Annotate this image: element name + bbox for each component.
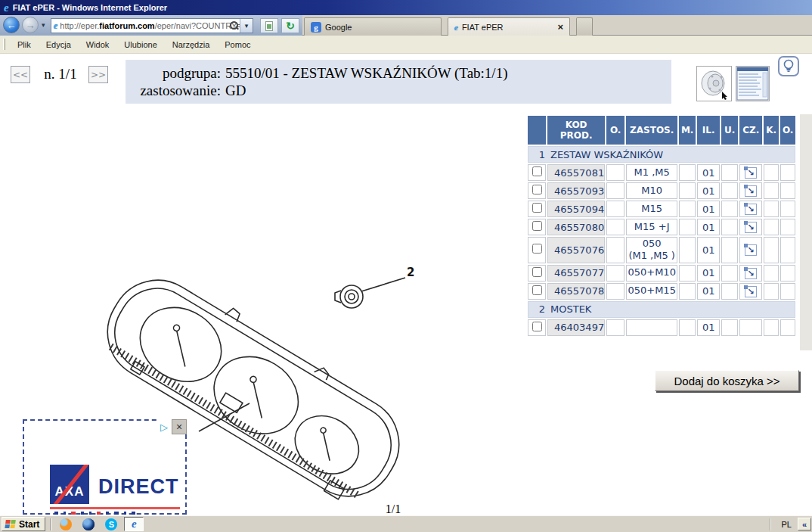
language-indicator[interactable]: PL <box>776 520 798 529</box>
row-checkbox[interactable] <box>532 166 542 176</box>
part-preview-icon[interactable]: ↘ <box>745 244 757 256</box>
quick-launch: Se <box>56 517 144 531</box>
cell <box>764 237 779 263</box>
cell <box>679 164 696 181</box>
ad-close-icon[interactable]: × <box>172 419 187 434</box>
prev-table-button[interactable]: << <box>11 66 30 83</box>
zastos-cell: M15 +J <box>626 219 677 235</box>
menu-item-ulubione[interactable]: Ulubione <box>116 38 164 51</box>
tab-google[interactable]: gGoogle <box>304 17 442 36</box>
cell <box>721 182 738 199</box>
menu-item-widok[interactable]: Widok <box>79 38 117 51</box>
cell: ↘ <box>739 182 762 199</box>
menu-item-plik[interactable]: Plik <box>10 38 39 51</box>
section-cell: 1ZESTAW WSKAŹNIKÓW <box>528 146 795 163</box>
part-code: 46403497 <box>547 319 605 336</box>
section-name: ZESTAW WSKAŹNIKÓW <box>550 149 663 160</box>
menu-item-edycja[interactable]: Edycja <box>39 38 79 51</box>
back-button[interactable]: ← <box>3 17 20 33</box>
cell <box>606 164 624 181</box>
part-code: 46557080 <box>547 219 605 235</box>
wheel-thumbnail[interactable] <box>696 66 732 101</box>
address-bar[interactable]: e http://eper.fiatforum.com/eper/navi?CO… <box>51 18 253 33</box>
new-tab-stub[interactable] <box>576 17 593 36</box>
part-code: 46557077 <box>547 265 605 282</box>
cell <box>721 201 738 217</box>
taskbar-divider <box>50 518 51 530</box>
table-row: 46557078050+M1501↘ <box>528 283 795 300</box>
row-checkbox[interactable] <box>532 267 542 277</box>
refresh-button[interactable]: ↻ <box>281 18 299 33</box>
part-code: 46557081 <box>547 164 605 181</box>
site-favicon-icon: e <box>54 20 57 32</box>
menu-item-pomoc[interactable]: Pomoc <box>217 38 258 51</box>
row-checkbox[interactable] <box>532 244 542 254</box>
quantity-cell: 01 <box>697 283 720 300</box>
row-checkbox[interactable] <box>532 185 542 194</box>
table-scroll-track[interactable] <box>800 114 812 350</box>
part-code: 46557076 <box>547 237 605 263</box>
ad-underline <box>50 507 180 509</box>
hint-bulb-icon[interactable] <box>778 56 799 76</box>
application-label: zastosowanie: <box>126 82 225 99</box>
quick-launch-firefox-icon[interactable] <box>56 517 76 531</box>
search-icon[interactable] <box>228 19 240 33</box>
cell: ↘ <box>739 265 762 282</box>
cell <box>606 319 624 336</box>
part-preview-icon[interactable]: ↘ <box>745 204 757 215</box>
axa-logo: AXA <box>50 465 89 504</box>
zastos-cell: M15 <box>626 201 677 217</box>
parts-list-thumbnail[interactable] <box>736 66 770 101</box>
cell <box>721 219 738 235</box>
tab-fiat-eper[interactable]: eFIAT ePER× <box>448 17 570 36</box>
select-cell <box>528 283 546 300</box>
cell <box>679 283 696 300</box>
part-code: 46557093 <box>547 182 605 199</box>
row-checkbox[interactable] <box>532 322 542 331</box>
select-cell <box>528 265 546 282</box>
cell: ↘ <box>739 164 762 181</box>
select-cell <box>528 164 546 181</box>
cell <box>606 237 624 263</box>
row-checkbox[interactable] <box>532 285 542 295</box>
url-scheme: http://eper. <box>60 21 99 30</box>
quick-launch-skype-icon[interactable]: S <box>101 517 121 531</box>
next-table-button[interactable]: >> <box>88 66 108 83</box>
cell <box>739 319 762 336</box>
subgroup-header: podgrupa: 55510/01 - ZESTAW WSKAŹNIKÓW (… <box>126 60 671 104</box>
browser-navbar: ← → ▾ e http://eper.fiatforum.com/eper/n… <box>0 15 812 36</box>
refresh-icon: ↻ <box>286 20 295 31</box>
cell: ↘ <box>739 219 762 235</box>
ad-banner[interactable]: ▷ × AXA DIRECT <box>23 419 187 515</box>
tab-close-icon[interactable]: × <box>557 21 563 33</box>
zastos-cell: 050+M15 <box>626 283 677 300</box>
part-preview-icon[interactable]: ↘ <box>745 167 757 179</box>
row-checkbox[interactable] <box>532 203 542 213</box>
quick-launch-blue-globe-icon[interactable] <box>79 517 98 531</box>
adchoices-icon[interactable]: ▷ <box>157 419 172 434</box>
table-row: 4640349701 <box>528 319 795 336</box>
ie-logo-icon: e <box>4 2 9 14</box>
address-dropdown-button[interactable]: ▾ <box>240 19 253 33</box>
cell <box>764 265 779 282</box>
menu-item-narzędzia[interactable]: Narzędzia <box>165 38 218 51</box>
tray-chevron-icon[interactable]: « <box>798 518 811 530</box>
history-dropdown-icon[interactable]: ▾ <box>42 21 45 29</box>
cell <box>764 182 779 199</box>
select-cell <box>528 319 546 336</box>
start-button[interactable]: Start <box>2 517 45 531</box>
forward-button[interactable]: → <box>22 17 39 33</box>
callout-label-2: 2 <box>407 266 414 279</box>
cell <box>679 201 696 217</box>
part-preview-icon[interactable]: ↘ <box>745 222 757 233</box>
compatibility-view-button[interactable] <box>260 18 278 33</box>
part-preview-icon[interactable]: ↘ <box>745 185 757 197</box>
zastos-cell: M1 ,M5 <box>626 164 677 181</box>
part-preview-icon[interactable]: ↘ <box>745 286 757 297</box>
quantity-cell: 01 <box>697 201 720 217</box>
cell <box>764 219 779 235</box>
quick-launch-internet-explorer-icon[interactable]: e <box>124 517 144 531</box>
add-to-cart-button[interactable]: Dodaj do koszyka >> <box>655 370 799 391</box>
row-checkbox[interactable] <box>532 221 542 231</box>
part-preview-icon[interactable]: ↘ <box>745 268 757 279</box>
